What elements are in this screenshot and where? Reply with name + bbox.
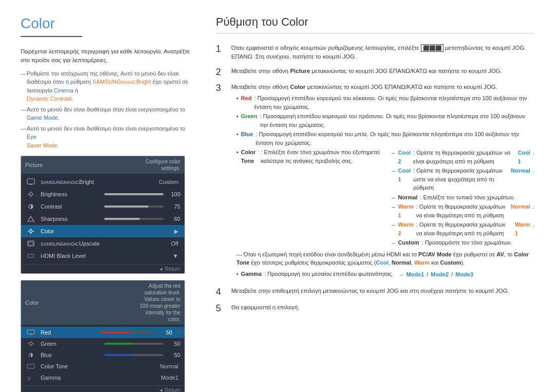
icon-contrast <box>25 202 36 211</box>
menu-item-gamma: γ Gamma Mode1 <box>21 372 184 383</box>
step-text-3: Μεταβείτε στην οθόνη Color μετακινώντας … <box>231 83 534 282</box>
step-4: 4 Μεταβείτε στην επιθυμητή επιλογή μετακ… <box>216 287 534 298</box>
menu-item-blue: Blue 50 <box>21 349 184 361</box>
menu-item-contrast: Contrast 75 <box>21 200 184 213</box>
menu-item-hdmi: HDMI Black Level ▼ <box>21 250 184 262</box>
step3-bullets: Red: Προσαρμογή επιπέδου κορεσμού του κό… <box>236 94 534 248</box>
jog-icon: ⬛⬛⬛ <box>421 44 443 52</box>
svg-rect-1 <box>29 184 32 185</box>
icon-monitor-small <box>25 328 36 337</box>
icon-monitor <box>25 177 36 186</box>
note2-highlight: Game Mode <box>27 115 58 121</box>
monitor2-title: Color <box>25 300 39 306</box>
menu-item-colortone: Color Tone Normal <box>21 361 184 372</box>
step-5: 5 Θα εφαρμοστεί η επιλογή. <box>216 303 534 314</box>
step-number-2: 2 <box>216 67 226 78</box>
step-text-5: Θα εφαρμοστεί η επιλογή. <box>231 303 534 312</box>
svg-marker-8 <box>28 216 34 221</box>
monitor-screenshot-2: Color Adjust the red saturation level. V… <box>21 280 185 392</box>
monitor2-body: Red 50 + Green 50 <box>21 325 184 385</box>
right-title: Ρύθμιση του Color <box>216 15 534 33</box>
note3-link: Saver Mode <box>27 142 57 148</box>
icon-contrast2 <box>25 350 36 360</box>
icon-hdmi <box>25 251 36 260</box>
bullet-green: Green: Προσαρμογή επιπέδου κορεσμού του … <box>236 111 534 129</box>
menu-item-upscale: SAMSUNGMAGICUpscale Off <box>21 237 184 250</box>
menu-item-magicbright: SAMSUNGMAGICBright Custom <box>21 176 184 188</box>
subbullet-normal: Normal: Επιλέξτε τον τυπικό τόνο χρωμάτω… <box>388 193 534 202</box>
steps-list: 1 Όταν εμφανιστεί ο οδηγός κουμπιών ρυθμ… <box>216 44 534 314</box>
step-2: 2 Μεταβείτε στην οθόνη Picture μετακινών… <box>216 67 534 78</box>
subbullet-cool1: Cool 1: Ορίστε τη θερμοκρασία χρωμάτων ώ… <box>388 166 534 193</box>
step-number-1: 1 <box>216 44 226 55</box>
colortone-subbullets: Cool 2: Ορίστε τη θερμοκρασία χρωμάτων ν… <box>388 148 534 248</box>
note3: Αυτό το μενού δεν είναι διαθέσιμο όταν ε… <box>21 124 195 150</box>
step-3: 3 Μεταβείτε στην οθόνη Color μετακινώντα… <box>216 83 534 282</box>
note1-suffix: ή <box>73 87 78 94</box>
monitor1-title: Picture <box>25 162 43 168</box>
note2: Αυτό το μενού δεν είναι διαθέσιμο όταν ε… <box>21 105 195 122</box>
menu-item-red: Red 50 + <box>21 327 184 338</box>
monitor1-header: Picture Configure color settings. <box>21 156 184 174</box>
monitor1-note: Configure color settings. <box>144 158 180 172</box>
step-1: 1 Όταν εμφανιστεί ο οδηγός κουμπιών ρυθμ… <box>216 44 534 62</box>
note3-prefix: Αυτό το μενού δεν είναι διαθέσιμο όταν ε… <box>27 125 185 132</box>
note2-suffix: . <box>58 115 60 121</box>
note1-link: Dynamic Contrast <box>27 96 71 102</box>
svg-rect-13 <box>27 330 34 334</box>
icon-gear <box>25 227 36 236</box>
icon-gamma: γ <box>25 373 36 382</box>
svg-rect-12 <box>28 254 34 257</box>
subbullet-modes: Mode1 / Mode2 / Mode3 <box>396 270 473 279</box>
icon-brightness <box>25 190 36 199</box>
svg-text:γ: γ <box>28 375 30 381</box>
bullet-colortone: Color Tone: Επιλέξτε έναν τόνο χρωμάτων … <box>236 147 534 248</box>
icon-sharpness <box>25 214 36 223</box>
note1: Ρυθμίστε την απόχρωση της οθόνης. Αυτό τ… <box>21 69 195 103</box>
step-text-1: Όταν εμφανιστεί ο οδηγός κουμπιών ρυθμιζ… <box>231 44 534 62</box>
svg-rect-11 <box>29 242 33 245</box>
subbullet-cool2: Cool 2: Ορίστε τη θερμοκρασία χρωμάτων ν… <box>388 148 534 166</box>
monitor2-footer: ◄ Return <box>21 385 184 392</box>
page-title: Color <box>21 15 82 37</box>
step-text-4: Μεταβείτε στην επιθυμητή επιλογή μετακιν… <box>231 287 534 295</box>
icon-colortone <box>25 362 36 371</box>
svg-rect-14 <box>29 334 32 335</box>
note1-highlight2: Cinema <box>54 87 73 94</box>
gamma-bullets: Gamma: Προσαρμογή του μεσαίου επιπέδου φ… <box>236 269 534 280</box>
menu-item-green: Green 50 <box>21 338 184 349</box>
step-number-4: 4 <box>216 287 226 298</box>
bullet-gamma: Gamma: Προσαρμογή του μεσαίου επιπέδου φ… <box>236 269 534 280</box>
extra-note-hdmi: — Όταν η εξωτερική πηγή εισόδου είναι συ… <box>231 250 534 267</box>
monitor2-header: Color Adjust the red saturation level. V… <box>21 281 184 325</box>
right-column: Ρύθμιση του Color 1 Όταν εμφανιστεί ο οδ… <box>216 15 534 392</box>
svg-rect-0 <box>27 179 34 184</box>
svg-rect-21 <box>27 364 34 368</box>
subbullet-warm1: Warm 1: Ορίστε τη θερμοκρασία χρωμάτων ν… <box>388 202 534 220</box>
note3-suffix: . <box>57 142 59 148</box>
step-number-3: 3 <box>216 83 226 94</box>
left-column: Color Παρέχεται λεπτομερής περιγραφή για… <box>21 15 195 392</box>
menu-item-sharpness: Sharpness 60 <box>21 213 184 225</box>
step-text-2: Μεταβείτε στην οθόνη Picture μετακινώντα… <box>231 67 534 76</box>
icon-upscale <box>25 239 36 248</box>
monitor2-note: Adjust the red saturation level. Values … <box>139 283 180 323</box>
red-indicator: + <box>176 330 180 335</box>
note3-highlight: Eye <box>27 134 36 140</box>
monitor1-footer: ◄ Return <box>21 264 184 273</box>
subbullet-warm2: Warm 2: Ορίστε τη θερμοκρασία χρωμάτων ν… <box>388 220 534 238</box>
subbullet-custom: Custom: Προσαρμόστε τον τόνο χρωμάτων. <box>388 238 534 248</box>
svg-point-2 <box>29 193 32 196</box>
intro-text: Παρέχεται λεπτομερής περιγραφή για κάθε … <box>21 47 195 65</box>
menu-item-brightness: Brightness 100 <box>21 188 184 200</box>
monitor-screenshot-1: Picture Configure color settings. SAMSUN… <box>21 156 185 274</box>
main-content: Color Παρέχεται λεπτομερής περιγραφή για… <box>0 0 555 392</box>
monitor1-body: SAMSUNGMAGICBright Custom Brightness 100 <box>21 174 184 264</box>
bullet-blue: Blue: Προσαρμογή επιπέδου κορεσμού του μ… <box>236 129 534 147</box>
svg-point-9 <box>30 230 32 233</box>
bullet-red: Red: Προσαρμογή επιπέδου κορεσμού του κό… <box>236 94 534 111</box>
menu-item-color-active: Color ▶ <box>21 225 184 237</box>
step-number-5: 5 <box>216 303 226 314</box>
icon-brightness2 <box>25 339 36 348</box>
svg-point-15 <box>29 342 32 345</box>
